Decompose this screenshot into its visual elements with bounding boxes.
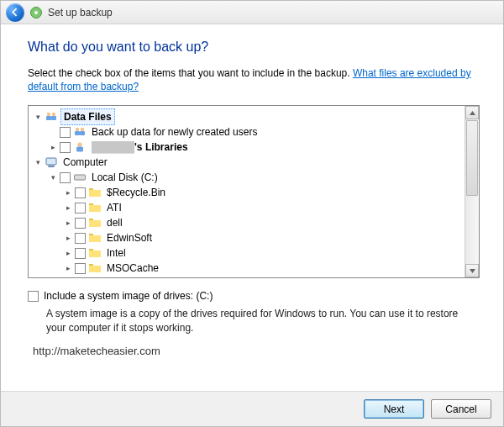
tree-node-user-libraries[interactable]: ██████'s Libraries [34, 140, 463, 155]
folder-icon [88, 246, 102, 260]
expand-toggle-icon[interactable] [49, 140, 57, 155]
setup-backup-window: Set up backup What do you want to back u… [0, 0, 504, 427]
svg-rect-9 [80, 131, 85, 135]
page-heading: What do you want to back up? [28, 40, 480, 55]
vertical-scrollbar[interactable] [465, 106, 479, 277]
dialog-body: What do you want to back up? Select the … [1, 24, 503, 391]
checkbox[interactable] [28, 291, 39, 302]
checkbox[interactable] [75, 187, 86, 198]
checkbox[interactable] [75, 233, 86, 244]
people-icon [45, 110, 58, 124]
expand-toggle-icon[interactable] [64, 200, 72, 215]
svg-rect-26 [89, 266, 101, 272]
system-image-label: Include a system image of drives: (C:) [44, 290, 213, 302]
tree-node-folder[interactable]: MSOCache [34, 261, 463, 276]
folder-icon [88, 186, 102, 199]
expand-toggle-icon[interactable] [64, 215, 72, 230]
tree-node-new-users[interactable]: Back up data for newly created users [34, 124, 463, 140]
node-label: Data Files [60, 108, 115, 125]
svg-point-10 [77, 143, 81, 147]
system-image-option[interactable]: Include a system image of drives: (C:) [28, 290, 480, 302]
person-icon [73, 140, 87, 154]
scroll-thumb[interactable] [466, 120, 478, 196]
svg-rect-20 [89, 220, 101, 227]
svg-rect-13 [49, 166, 54, 167]
svg-rect-18 [89, 205, 101, 212]
tree-node-folder[interactable]: dell [34, 215, 463, 230]
expand-toggle-icon[interactable] [64, 261, 72, 276]
svg-rect-5 [51, 116, 56, 120]
cancel-button[interactable]: Cancel [431, 399, 491, 419]
checkbox[interactable] [60, 142, 71, 153]
tree-viewport[interactable]: Data Files Back up data for newly create… [29, 106, 465, 277]
checkbox[interactable] [75, 218, 86, 229]
svg-point-6 [76, 128, 79, 131]
svg-rect-24 [89, 250, 101, 257]
watermark-text: http://maketecheasier.com [33, 345, 480, 357]
node-label: $Recycle.Bin [104, 185, 168, 200]
scroll-up-button[interactable] [465, 106, 479, 119]
tree-node-folder[interactable]: EdwinSoft [34, 230, 463, 245]
checkbox[interactable] [60, 127, 71, 138]
folder-icon [88, 261, 102, 275]
svg-rect-16 [89, 190, 101, 197]
node-label: EdwinSoft [104, 230, 155, 245]
node-label: Computer [60, 155, 110, 170]
checkbox[interactable] [75, 263, 86, 274]
back-button[interactable] [6, 3, 24, 22]
checkbox[interactable] [75, 203, 86, 214]
chevron-down-icon [470, 269, 475, 273]
backup-disc-icon [29, 6, 43, 19]
node-label: Local Disk (C:) [89, 170, 160, 185]
tree-node-folder[interactable]: ATI [34, 200, 463, 215]
svg-point-1 [34, 11, 38, 14]
folder-icon [88, 216, 102, 229]
svg-rect-7 [75, 131, 80, 135]
drive-icon [73, 171, 87, 184]
expand-toggle-icon[interactable] [34, 109, 42, 124]
folder-icon [88, 231, 102, 245]
node-label: dell [104, 215, 125, 230]
node-label: ATI [104, 200, 124, 215]
computer-icon [45, 156, 58, 169]
chevron-up-icon [470, 111, 475, 115]
checkbox[interactable] [75, 248, 86, 259]
system-image-description: A system image is a copy of the drives r… [46, 307, 466, 334]
people-icon [73, 125, 87, 139]
scroll-down-button[interactable] [465, 264, 479, 277]
instruction-prefix: Select the check box of the items that y… [28, 67, 353, 79]
arrow-left-icon [11, 8, 20, 17]
node-label: Intel [104, 245, 129, 261]
backup-items-tree: Data Files Back up data for newly create… [28, 105, 480, 278]
expand-toggle-icon[interactable] [64, 245, 72, 261]
svg-point-4 [52, 113, 55, 116]
expand-toggle-icon[interactable] [64, 230, 72, 245]
svg-rect-11 [76, 147, 83, 152]
tree-node-folder[interactable]: $Recycle.Bin [34, 185, 463, 200]
node-label: MSOCache [104, 261, 161, 276]
tree-node-computer[interactable]: Computer [34, 155, 463, 170]
tree-node-local-disk[interactable]: Local Disk (C:) [34, 170, 463, 185]
svg-point-2 [47, 113, 50, 116]
node-label: ██████'s Libraries [89, 140, 191, 155]
checkbox[interactable] [60, 172, 71, 183]
folder-icon [88, 201, 102, 214]
svg-point-8 [81, 128, 84, 131]
next-button[interactable]: Next [364, 399, 424, 419]
svg-rect-14 [75, 175, 86, 180]
tree-node-folder[interactable]: Intel [34, 245, 463, 261]
expand-toggle-icon[interactable] [34, 155, 42, 170]
svg-rect-12 [46, 158, 56, 165]
tree-node-data-files[interactable]: Data Files [34, 109, 463, 124]
node-label: Back up data for newly created users [89, 124, 260, 140]
expand-toggle-icon[interactable] [49, 170, 57, 185]
expand-toggle-icon[interactable] [64, 185, 72, 200]
window-title: Set up backup [48, 7, 113, 18]
titlebar: Set up backup [1, 1, 503, 24]
svg-rect-3 [46, 116, 51, 120]
dialog-button-bar: Next Cancel [1, 391, 503, 426]
instruction-text: Select the check box of the items that y… [28, 66, 480, 93]
svg-rect-22 [89, 235, 101, 242]
